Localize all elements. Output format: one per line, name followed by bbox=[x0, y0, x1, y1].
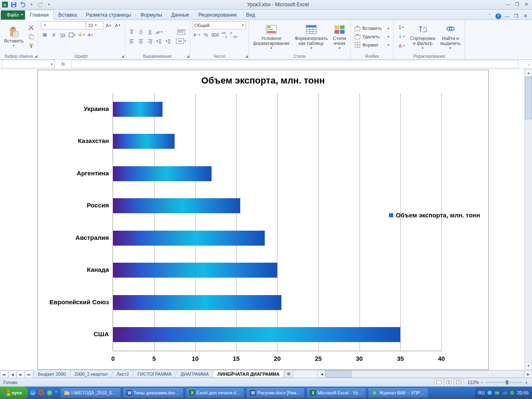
doc-restore-button[interactable]: ❐ bbox=[513, 13, 520, 20]
minimize-ribbon-icon[interactable]: ˆ bbox=[486, 13, 493, 20]
chart-bar[interactable] bbox=[113, 166, 212, 181]
insert-cells-button[interactable]: Вставить▼ bbox=[353, 25, 391, 32]
wrap-text-button[interactable] bbox=[175, 28, 187, 36]
tray-icon[interactable] bbox=[510, 390, 515, 395]
format-cells-button[interactable]: Формат▼ bbox=[353, 41, 391, 49]
formula-input[interactable] bbox=[71, 60, 519, 68]
tab-data[interactable]: Данные bbox=[167, 10, 194, 20]
close-button[interactable]: ✕ bbox=[523, 2, 530, 7]
fill-color-button[interactable]: ▼ bbox=[77, 31, 86, 39]
chart-bar[interactable] bbox=[113, 134, 175, 149]
file-tab[interactable]: Файл bbox=[1, 10, 25, 20]
zoom-slider[interactable] bbox=[485, 382, 522, 383]
format-painter-button[interactable] bbox=[27, 42, 35, 50]
qat-customize-icon[interactable]: ▼ bbox=[46, 1, 52, 8]
tab-formulas[interactable]: Формулы bbox=[136, 10, 167, 20]
redo-button[interactable] bbox=[37, 1, 44, 8]
horizontal-scrollbar[interactable]: ◀ ▶ bbox=[318, 370, 532, 378]
autosum-button[interactable]: Σ▼ bbox=[396, 23, 407, 32]
decrease-decimal-button[interactable]: ,0→,00 bbox=[229, 31, 238, 39]
dialog-launcher-icon[interactable]: ◢ bbox=[187, 54, 189, 58]
taskbar-item[interactable]: I:\МЕТОДА_2010_E… bbox=[60, 387, 121, 398]
undo-dropdown-icon[interactable]: ▼ bbox=[28, 1, 35, 8]
grow-font-button[interactable]: A▲ bbox=[105, 21, 113, 30]
sheet-nav-last-icon[interactable]: ⏭ bbox=[25, 370, 33, 379]
number-format-combo[interactable]: Общий▼ bbox=[193, 21, 246, 30]
chart-bar[interactable] bbox=[113, 263, 277, 278]
page-layout-view-button[interactable] bbox=[444, 379, 454, 386]
save-button[interactable] bbox=[10, 1, 17, 8]
help-icon[interactable]: ? bbox=[495, 13, 501, 19]
copy-button[interactable] bbox=[27, 32, 35, 41]
conditional-formatting-button[interactable]: Условное форматирование▼ bbox=[251, 23, 291, 50]
normal-view-button[interactable] bbox=[434, 379, 444, 386]
sheet-nav-first-icon[interactable]: ⏮ bbox=[0, 370, 8, 379]
orientation-button[interactable]: ab▼ bbox=[155, 28, 163, 36]
chart-bar[interactable] bbox=[113, 295, 281, 310]
new-sheet-button[interactable]: ⊕ bbox=[283, 370, 294, 378]
sheet-tab[interactable]: ДИАГРАММА bbox=[175, 371, 214, 378]
taskbar-item[interactable]: XMicrosoft Excel - Ур… bbox=[306, 387, 366, 398]
align-middle-button[interactable] bbox=[137, 28, 145, 36]
chart-bar[interactable] bbox=[113, 102, 163, 117]
chrome-icon[interactable] bbox=[46, 389, 54, 396]
dialog-launcher-icon[interactable]: ◢ bbox=[245, 54, 248, 58]
taskbar-item[interactable]: XExcel для печати.d… bbox=[185, 387, 244, 398]
increase-decimal-button[interactable]: ,00→,0 bbox=[220, 31, 229, 39]
cell-styles-button[interactable]: Стили ячеек▼ bbox=[331, 23, 348, 50]
expand-formula-bar-icon[interactable]: ⌄ bbox=[526, 62, 532, 66]
chart-bar[interactable] bbox=[113, 327, 400, 342]
format-as-table-button[interactable]: Форматировать как таблицу▼ bbox=[293, 23, 330, 50]
chart-bar[interactable] bbox=[113, 231, 265, 246]
taskbar-item[interactable]: Журнал ВАК :: УПР… bbox=[368, 387, 428, 398]
font-size-combo[interactable]: 10▼ bbox=[86, 21, 104, 30]
tab-page-layout[interactable]: Разметка страницы bbox=[81, 10, 136, 20]
underline-button[interactable]: Ч ▼ bbox=[59, 31, 67, 39]
language-indicator[interactable]: RU bbox=[478, 390, 485, 395]
scroll-up-icon[interactable]: ▲ bbox=[525, 69, 532, 77]
sheet-tab[interactable]: Лист2 bbox=[111, 371, 134, 378]
sheet-tab[interactable]: ГИСТОГРАММА bbox=[133, 371, 177, 378]
scroll-down-icon[interactable]: ▼ bbox=[525, 362, 532, 370]
comma-button[interactable]: 000 bbox=[211, 31, 219, 39]
clear-button[interactable]: ▼ bbox=[396, 42, 407, 50]
zoom-level[interactable]: 112% bbox=[467, 380, 479, 385]
merge-button[interactable]: ▼ bbox=[175, 37, 187, 45]
zoom-out-button[interactable]: − bbox=[481, 380, 483, 385]
tray-icon[interactable] bbox=[502, 390, 507, 395]
restore-button[interactable]: ❐ bbox=[514, 2, 520, 7]
chart-object[interactable]: Объем экспорта, млн. тонн 05101520253035… bbox=[37, 70, 489, 370]
sheet-tab[interactable]: ЛИНЕЙЧАТАЯ ДИАГРАММА bbox=[212, 371, 285, 378]
quick-launch-chevron-icon[interactable]: » bbox=[54, 389, 58, 396]
tray-icon[interactable] bbox=[495, 390, 500, 395]
align-right-button[interactable] bbox=[146, 37, 154, 45]
tray-icon[interactable] bbox=[487, 390, 492, 395]
scroll-left-icon[interactable]: ◀ bbox=[318, 370, 325, 378]
tab-home[interactable]: Главная bbox=[25, 10, 54, 20]
scrollbar-thumb[interactable] bbox=[326, 371, 352, 377]
taskbar-item[interactable]: WТипы диаграмм.doc… bbox=[123, 387, 184, 398]
doc-close-button[interactable]: ✕ bbox=[522, 13, 529, 20]
scrollbar-thumb[interactable] bbox=[525, 77, 532, 119]
align-top-button[interactable] bbox=[128, 28, 136, 36]
undo-button[interactable] bbox=[19, 1, 27, 8]
sheet-tab[interactable]: Бюджет 2000 bbox=[33, 371, 71, 378]
cut-button[interactable] bbox=[27, 23, 35, 32]
align-left-button[interactable] bbox=[128, 37, 136, 45]
fx-icon[interactable]: fx bbox=[55, 62, 71, 66]
find-select-button[interactable]: Найти и выделить▼ bbox=[438, 23, 462, 50]
decrease-indent-button[interactable] bbox=[155, 37, 163, 45]
start-button[interactable]: пуск bbox=[0, 387, 28, 399]
italic-button[interactable]: К bbox=[50, 31, 58, 39]
sheet-canvas[interactable]: Объем экспорта, млн. тонн 05101520253035… bbox=[2, 69, 525, 370]
font-name-combo[interactable]: ▼ bbox=[41, 21, 86, 30]
increase-indent-button[interactable] bbox=[164, 37, 172, 45]
tab-review[interactable]: Рецензирование bbox=[194, 10, 241, 20]
ie-icon[interactable] bbox=[30, 389, 37, 396]
percent-button[interactable]: % bbox=[202, 31, 210, 39]
tab-insert[interactable]: Вставка bbox=[54, 10, 81, 20]
bold-button[interactable]: Ж bbox=[41, 31, 49, 39]
dialog-launcher-icon[interactable]: ◢ bbox=[34, 54, 37, 58]
page-break-view-button[interactable] bbox=[454, 379, 464, 386]
shrink-font-button[interactable]: A▼ bbox=[114, 21, 122, 30]
